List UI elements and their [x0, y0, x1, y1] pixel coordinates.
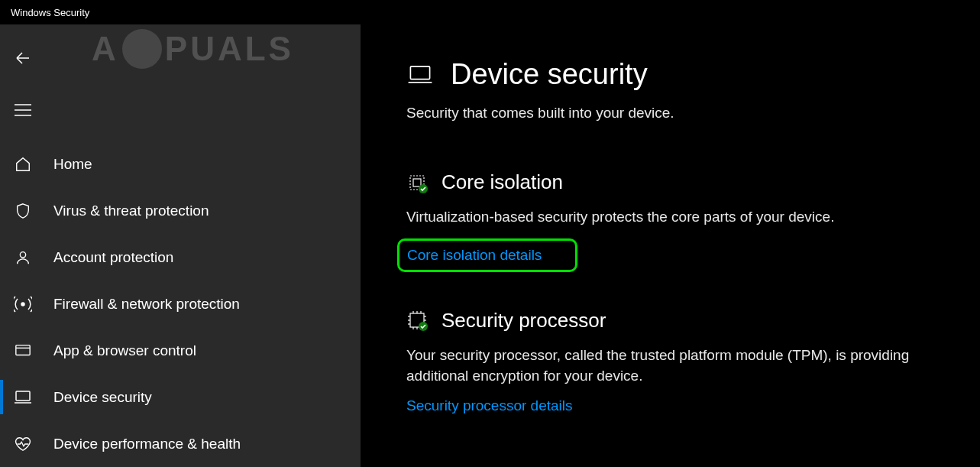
back-button[interactable]: [5, 41, 41, 75]
sidebar-item-label: Device security: [53, 389, 152, 406]
home-icon: [14, 155, 32, 174]
sidebar-item-label: Device performance & health: [53, 436, 241, 452]
person-icon: [14, 248, 32, 267]
page-header: Device security: [406, 58, 980, 91]
sidebar-item-label: Home: [53, 156, 92, 173]
sidebar-item-performance[interactable]: Device performance & health: [0, 420, 361, 467]
heart-icon: [14, 435, 32, 453]
section-title: Core isolation: [441, 170, 563, 194]
nav-list: Home Virus & threat protection Acco: [0, 141, 361, 467]
page-subtitle: Security that comes built into your devi…: [406, 105, 980, 122]
sidebar-item-home[interactable]: Home: [0, 141, 361, 187]
svg-rect-8: [410, 66, 429, 79]
highlight-box: Core isolation details: [397, 238, 577, 272]
watermark: A PUALS: [92, 29, 294, 69]
laptop-icon: [14, 388, 32, 407]
sidebar: A PUALS: [0, 24, 361, 467]
hamburger-icon: [15, 104, 31, 116]
sidebar-item-label: Virus & threat protection: [53, 203, 209, 219]
section-description: Your security processor, called the trus…: [406, 345, 926, 387]
section-description: Virtualization-based security protects t…: [406, 206, 926, 228]
core-isolation-details-link[interactable]: Core isolation details: [407, 247, 542, 263]
sidebar-item-label: App & browser control: [53, 342, 196, 359]
chip-check-icon: [406, 172, 428, 193]
sidebar-item-app-browser[interactable]: App & browser control: [0, 327, 361, 374]
section-title: Security processor: [441, 309, 606, 332]
sidebar-item-label: Firewall & network protection: [53, 296, 240, 313]
laptop-icon: [406, 64, 434, 86]
sidebar-item-firewall[interactable]: Firewall & network protection: [0, 281, 361, 327]
svg-point-3: [20, 251, 25, 257]
page-title: Device security: [451, 58, 648, 91]
shield-icon: [14, 202, 32, 220]
svg-rect-10: [413, 179, 421, 186]
watermark-icon: [122, 29, 162, 69]
svg-rect-5: [16, 345, 30, 355]
svg-point-4: [21, 303, 24, 306]
section-core-isolation: Core isolation Virtualization-based secu…: [406, 170, 980, 272]
titlebar: Windows Security: [0, 0, 980, 24]
chip-check-icon: [406, 310, 428, 331]
sidebar-item-account[interactable]: Account protection: [0, 234, 361, 281]
hamburger-button[interactable]: [5, 93, 41, 127]
security-processor-details-link[interactable]: Security processor details: [406, 397, 573, 413]
antenna-icon: [14, 295, 32, 313]
sidebar-item-device-security[interactable]: Device security: [0, 374, 361, 420]
arrow-left-icon: [14, 49, 32, 67]
svg-rect-7: [16, 391, 30, 401]
sidebar-item-virus[interactable]: Virus & threat protection: [0, 187, 361, 234]
app-name: Windows Security: [11, 7, 89, 18]
section-security-processor: Security processor Your security process…: [406, 309, 980, 414]
app-icon: [14, 342, 32, 360]
main-content: Device security Security that comes buil…: [361, 24, 980, 467]
sidebar-item-label: Account protection: [53, 249, 173, 266]
